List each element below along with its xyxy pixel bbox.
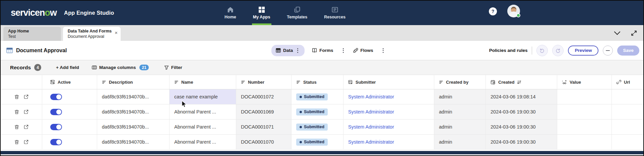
home-icon (227, 6, 234, 13)
value-cell[interactable] (557, 120, 612, 134)
minimize-button[interactable] (603, 46, 613, 56)
status-badge: Submitted (296, 93, 328, 100)
view-flows[interactable]: Flows (353, 48, 373, 53)
name-cell[interactable]: Abnormal Parent ... (170, 135, 236, 149)
status-label: Submitted (304, 125, 324, 129)
value-cell[interactable] (557, 89, 612, 104)
tab-document-approval[interactable]: Data Table And Forms Document Approval × (63, 27, 121, 41)
column-label-value: Value (570, 80, 581, 85)
tab-close-icon[interactable]: × (115, 30, 118, 35)
submitter-link[interactable]: System Administrator (348, 139, 394, 145)
status-cell[interactable]: Submitted (292, 89, 343, 104)
flows-options-kebab-icon[interactable] (381, 47, 386, 54)
active-toggle-on[interactable] (50, 94, 62, 100)
nav-item-templates[interactable]: Templates (285, 1, 309, 25)
active-toggle-on[interactable] (50, 109, 62, 115)
name-cell-selected[interactable]: case name example (170, 89, 236, 104)
column-header-active[interactable]: Active (42, 75, 97, 89)
status-cell[interactable]: Submitted (292, 120, 343, 134)
view-forms[interactable]: Forms (312, 48, 333, 53)
nav-item-my-apps[interactable]: My Apps (251, 1, 272, 25)
data-view-icon (276, 48, 281, 53)
column-label-description: Description (109, 80, 133, 85)
resources-icon (331, 6, 338, 13)
tab-app-home[interactable]: App Home Test (3, 27, 61, 41)
sort-descending-icon[interactable] (517, 80, 521, 84)
description-cell[interactable]: da6f8c93f6194070b... (97, 104, 170, 119)
redo-button[interactable] (552, 45, 564, 56)
name-cell[interactable]: Abnormal Parent ... (170, 104, 236, 119)
nav-item-home[interactable]: Home (222, 1, 238, 25)
url-cell[interactable] (612, 89, 643, 104)
value-cell[interactable] (557, 104, 612, 119)
number-cell: DOCA0001069 (236, 104, 292, 119)
delete-record-icon[interactable] (14, 125, 19, 130)
table-row: da6f8c93f6194070b... Abnormal Parent ...… (1, 104, 643, 120)
status-cell[interactable]: Submitted (292, 104, 343, 119)
submitter-link[interactable]: System Administrator (348, 94, 394, 99)
created-cell: 2024-03-06 19:00:30 (486, 120, 557, 134)
delete-record-icon[interactable] (14, 140, 19, 145)
description-cell[interactable]: da6f8c93f6194070b... (97, 89, 170, 104)
undo-button[interactable] (536, 45, 548, 56)
column-header-name[interactable]: Name (170, 75, 236, 89)
brand[interactable]: servicenow App Engine Studio (11, 1, 114, 25)
view-data-label: Data (283, 48, 293, 53)
add-field-button[interactable]: + Add field (56, 65, 79, 70)
url-cell[interactable] (612, 135, 643, 149)
preview-label: Preview (575, 48, 592, 53)
submitter-link[interactable]: System Administrator (348, 124, 394, 130)
column-label-created: Created (498, 80, 514, 85)
column-header-created[interactable]: Created (486, 75, 557, 89)
row-actions-cell (1, 89, 42, 104)
created-by-cell: admin (434, 120, 486, 134)
filter-button[interactable]: Filter (164, 65, 182, 70)
description-cell[interactable]: da6f8c93f6194070b... (97, 120, 170, 134)
active-toggle-on[interactable] (50, 139, 62, 145)
description-cell[interactable]: da6f8c93f6194070b... (97, 135, 170, 149)
nav-item-resources[interactable]: Resources (322, 1, 347, 25)
url-cell[interactable] (612, 104, 643, 119)
tab-document-approval-title: Data Table And Forms (68, 28, 116, 34)
submitter-cell: System Administrator (343, 135, 434, 149)
save-button[interactable]: Save (617, 46, 639, 56)
open-record-icon[interactable] (24, 94, 28, 99)
policies-and-rules-link[interactable]: Policies and rules (489, 48, 528, 53)
column-label-name: Name (181, 80, 193, 85)
open-record-icon[interactable] (24, 125, 28, 129)
forms-options-kebab-icon[interactable] (341, 47, 346, 54)
help-button[interactable]: ? (489, 7, 497, 15)
filter-funnel-icon (164, 65, 169, 70)
user-avatar[interactable] (507, 5, 520, 17)
data-options-kebab-icon[interactable] (295, 47, 300, 54)
header-row-actions (1, 75, 42, 89)
active-cell (42, 120, 97, 134)
preview-button[interactable]: Preview (568, 46, 598, 56)
column-header-submitter[interactable]: Submitter (343, 75, 434, 89)
delete-record-icon[interactable] (14, 94, 19, 99)
expand-icon[interactable] (631, 30, 637, 36)
save-label: Save (623, 48, 634, 53)
table-header-row: Active Description Name Number (1, 75, 643, 89)
top-nav: servicenow App Engine Studio Home My App… (1, 1, 643, 25)
open-record-icon[interactable] (24, 140, 28, 144)
delete-record-icon[interactable] (14, 109, 19, 114)
manage-columns-button[interactable]: Manage columns 21 (92, 65, 149, 70)
view-data-selected[interactable]: Data (271, 45, 305, 56)
name-cell[interactable]: Abnormal Parent ... (170, 120, 236, 134)
column-header-status[interactable]: Status (292, 75, 343, 89)
column-label-status: Status (303, 80, 317, 85)
chevron-down-icon[interactable] (614, 31, 621, 35)
column-header-url[interactable]: Url (612, 75, 643, 89)
column-header-description[interactable]: Description (97, 75, 170, 89)
column-header-number[interactable]: Number (236, 75, 292, 89)
open-record-icon[interactable] (24, 109, 28, 114)
text-field-icon (102, 80, 106, 84)
active-toggle-on[interactable] (50, 124, 62, 130)
column-header-value[interactable]: Value (557, 75, 612, 89)
submitter-link[interactable]: System Administrator (348, 109, 394, 114)
value-cell[interactable] (557, 135, 612, 149)
column-header-created-by[interactable]: Created by (434, 75, 486, 89)
url-cell[interactable] (612, 120, 643, 134)
status-cell[interactable]: Submitted (292, 135, 343, 149)
